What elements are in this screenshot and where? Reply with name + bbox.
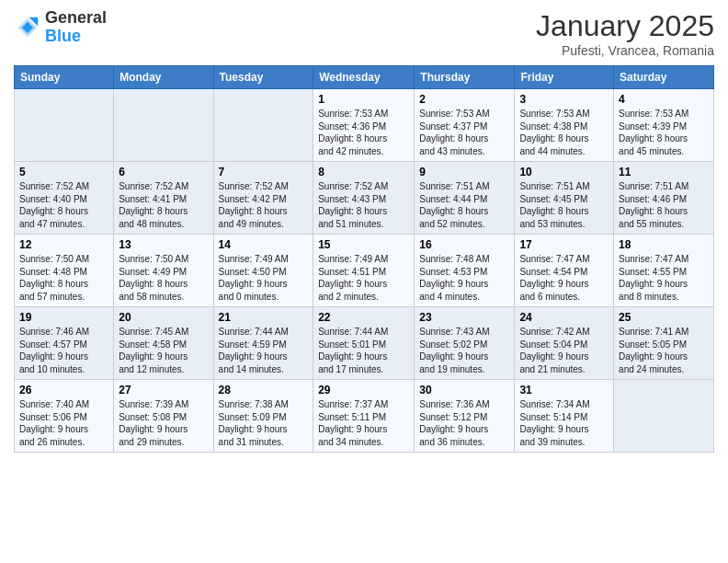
calendar-cell: 24Sunrise: 7:42 AM Sunset: 5:04 PM Dayli…	[515, 307, 614, 380]
day-number: 13	[119, 238, 208, 251]
calendar-header: SundayMondayTuesdayWednesdayThursdayFrid…	[15, 66, 714, 89]
week-row-3: 12Sunrise: 7:50 AM Sunset: 4:48 PM Dayli…	[15, 235, 714, 307]
calendar-cell: 23Sunrise: 7:43 AM Sunset: 5:02 PM Dayli…	[415, 307, 515, 380]
header-day-friday: Friday	[515, 66, 614, 89]
day-number: 26	[19, 384, 108, 396]
day-number: 8	[318, 166, 409, 178]
calendar-cell: 14Sunrise: 7:49 AM Sunset: 4:50 PM Dayli…	[213, 235, 313, 307]
calendar-cell: 30Sunrise: 7:36 AM Sunset: 5:12 PM Dayli…	[415, 380, 515, 453]
calendar-cell: 1Sunrise: 7:53 AM Sunset: 4:36 PM Daylig…	[313, 89, 415, 162]
logo-general: General	[45, 8, 107, 27]
day-number: 9	[419, 166, 509, 178]
page: General Blue January 2025 Pufesti, Vranc…	[0, 0, 728, 563]
logo: General Blue	[14, 9, 107, 46]
calendar-cell: 13Sunrise: 7:50 AM Sunset: 4:49 PM Dayli…	[114, 235, 213, 307]
day-info: Sunrise: 7:53 AM Sunset: 4:36 PM Dayligh…	[318, 108, 409, 157]
calendar-cell: 29Sunrise: 7:37 AM Sunset: 5:11 PM Dayli…	[313, 380, 415, 453]
day-info: Sunrise: 7:53 AM Sunset: 4:39 PM Dayligh…	[619, 108, 709, 157]
calendar-table: SundayMondayTuesdayWednesdayThursdayFrid…	[14, 65, 714, 453]
day-number: 23	[419, 311, 509, 324]
day-info: Sunrise: 7:34 AM Sunset: 5:14 PM Dayligh…	[519, 398, 609, 448]
header-day-thursday: Thursday	[415, 66, 515, 89]
day-number: 30	[419, 384, 509, 396]
day-info: Sunrise: 7:52 AM Sunset: 4:41 PM Dayligh…	[119, 180, 208, 230]
day-info: Sunrise: 7:40 AM Sunset: 5:06 PM Dayligh…	[19, 398, 108, 448]
header: General Blue January 2025 Pufesti, Vranc…	[14, 9, 714, 58]
header-day-saturday: Saturday	[614, 66, 714, 89]
header-day-sunday: Sunday	[15, 66, 114, 89]
calendar-cell: 21Sunrise: 7:44 AM Sunset: 4:59 PM Dayli…	[213, 307, 313, 380]
calendar-cell: 18Sunrise: 7:47 AM Sunset: 4:55 PM Dayli…	[614, 235, 714, 307]
calendar-cell: 3Sunrise: 7:53 AM Sunset: 4:38 PM Daylig…	[515, 89, 614, 162]
day-number: 4	[619, 93, 709, 106]
calendar-cell: 22Sunrise: 7:44 AM Sunset: 5:01 PM Dayli…	[313, 307, 415, 380]
day-info: Sunrise: 7:36 AM Sunset: 5:12 PM Dayligh…	[419, 398, 509, 448]
day-info: Sunrise: 7:43 AM Sunset: 5:02 PM Dayligh…	[419, 326, 509, 375]
location: Pufesti, Vrancea, Romania	[536, 43, 714, 58]
day-info: Sunrise: 7:47 AM Sunset: 4:54 PM Dayligh…	[519, 253, 609, 303]
calendar-cell: 4Sunrise: 7:53 AM Sunset: 4:39 PM Daylig…	[614, 89, 714, 162]
day-info: Sunrise: 7:45 AM Sunset: 4:58 PM Dayligh…	[119, 326, 208, 375]
week-row-4: 19Sunrise: 7:46 AM Sunset: 4:57 PM Dayli…	[15, 307, 714, 380]
header-day-wednesday: Wednesday	[313, 66, 415, 89]
day-info: Sunrise: 7:53 AM Sunset: 4:37 PM Dayligh…	[419, 108, 509, 157]
calendar-cell: 16Sunrise: 7:48 AM Sunset: 4:53 PM Dayli…	[415, 235, 515, 307]
day-info: Sunrise: 7:51 AM Sunset: 4:44 PM Dayligh…	[419, 180, 509, 230]
day-info: Sunrise: 7:50 AM Sunset: 4:49 PM Dayligh…	[119, 253, 208, 303]
day-number: 17	[519, 238, 609, 251]
calendar-cell	[15, 89, 114, 162]
day-number: 5	[19, 166, 108, 178]
day-number: 1	[318, 93, 409, 106]
day-number: 22	[318, 311, 409, 324]
day-info: Sunrise: 7:48 AM Sunset: 4:53 PM Dayligh…	[419, 253, 509, 303]
calendar-cell: 7Sunrise: 7:52 AM Sunset: 4:42 PM Daylig…	[213, 162, 313, 235]
day-info: Sunrise: 7:41 AM Sunset: 5:05 PM Dayligh…	[619, 326, 709, 375]
day-info: Sunrise: 7:38 AM Sunset: 5:09 PM Dayligh…	[219, 398, 309, 448]
day-info: Sunrise: 7:52 AM Sunset: 4:40 PM Dayligh…	[19, 180, 108, 230]
calendar-cell: 17Sunrise: 7:47 AM Sunset: 4:54 PM Dayli…	[515, 235, 614, 307]
day-info: Sunrise: 7:46 AM Sunset: 4:57 PM Dayligh…	[19, 326, 108, 375]
calendar-cell: 2Sunrise: 7:53 AM Sunset: 4:37 PM Daylig…	[415, 89, 515, 162]
day-info: Sunrise: 7:44 AM Sunset: 5:01 PM Dayligh…	[318, 326, 409, 375]
day-number: 11	[619, 166, 709, 178]
calendar-cell: 20Sunrise: 7:45 AM Sunset: 4:58 PM Dayli…	[114, 307, 213, 380]
day-info: Sunrise: 7:52 AM Sunset: 4:43 PM Dayligh…	[318, 180, 409, 230]
day-info: Sunrise: 7:49 AM Sunset: 4:50 PM Dayligh…	[219, 253, 309, 303]
day-info: Sunrise: 7:53 AM Sunset: 4:38 PM Dayligh…	[519, 108, 609, 157]
day-number: 19	[19, 311, 108, 324]
calendar-cell: 11Sunrise: 7:51 AM Sunset: 4:46 PM Dayli…	[614, 162, 714, 235]
day-number: 28	[219, 384, 309, 396]
day-number: 15	[318, 238, 409, 251]
title-block: January 2025 Pufesti, Vrancea, Romania	[536, 9, 714, 58]
day-info: Sunrise: 7:37 AM Sunset: 5:11 PM Dayligh…	[318, 398, 409, 448]
day-info: Sunrise: 7:50 AM Sunset: 4:48 PM Dayligh…	[19, 253, 108, 303]
day-info: Sunrise: 7:49 AM Sunset: 4:51 PM Dayligh…	[318, 253, 409, 303]
day-number: 18	[619, 238, 709, 251]
day-number: 29	[318, 384, 409, 396]
day-number: 6	[119, 166, 208, 178]
day-info: Sunrise: 7:52 AM Sunset: 4:42 PM Dayligh…	[219, 180, 309, 230]
calendar-body: 1Sunrise: 7:53 AM Sunset: 4:36 PM Daylig…	[15, 89, 714, 453]
day-number: 31	[519, 384, 609, 396]
day-number: 14	[219, 238, 309, 251]
week-row-2: 5Sunrise: 7:52 AM Sunset: 4:40 PM Daylig…	[15, 162, 714, 235]
calendar-cell: 9Sunrise: 7:51 AM Sunset: 4:44 PM Daylig…	[415, 162, 515, 235]
day-number: 10	[519, 166, 609, 178]
calendar-cell: 6Sunrise: 7:52 AM Sunset: 4:41 PM Daylig…	[114, 162, 213, 235]
calendar-cell: 15Sunrise: 7:49 AM Sunset: 4:51 PM Dayli…	[313, 235, 415, 307]
header-row: SundayMondayTuesdayWednesdayThursdayFrid…	[15, 66, 714, 89]
day-info: Sunrise: 7:51 AM Sunset: 4:46 PM Dayligh…	[619, 180, 709, 230]
calendar-cell: 28Sunrise: 7:38 AM Sunset: 5:09 PM Dayli…	[213, 380, 313, 453]
day-number: 25	[619, 311, 709, 324]
day-info: Sunrise: 7:42 AM Sunset: 5:04 PM Dayligh…	[519, 326, 609, 375]
calendar-cell	[114, 89, 213, 162]
day-info: Sunrise: 7:39 AM Sunset: 5:08 PM Dayligh…	[119, 398, 208, 448]
header-day-tuesday: Tuesday	[213, 66, 313, 89]
calendar-cell: 12Sunrise: 7:50 AM Sunset: 4:48 PM Dayli…	[15, 235, 114, 307]
day-info: Sunrise: 7:51 AM Sunset: 4:45 PM Dayligh…	[519, 180, 609, 230]
day-info: Sunrise: 7:44 AM Sunset: 4:59 PM Dayligh…	[219, 326, 309, 375]
calendar-cell: 8Sunrise: 7:52 AM Sunset: 4:43 PM Daylig…	[313, 162, 415, 235]
day-number: 21	[219, 311, 309, 324]
day-number: 24	[519, 311, 609, 324]
logo-icon	[14, 14, 41, 41]
